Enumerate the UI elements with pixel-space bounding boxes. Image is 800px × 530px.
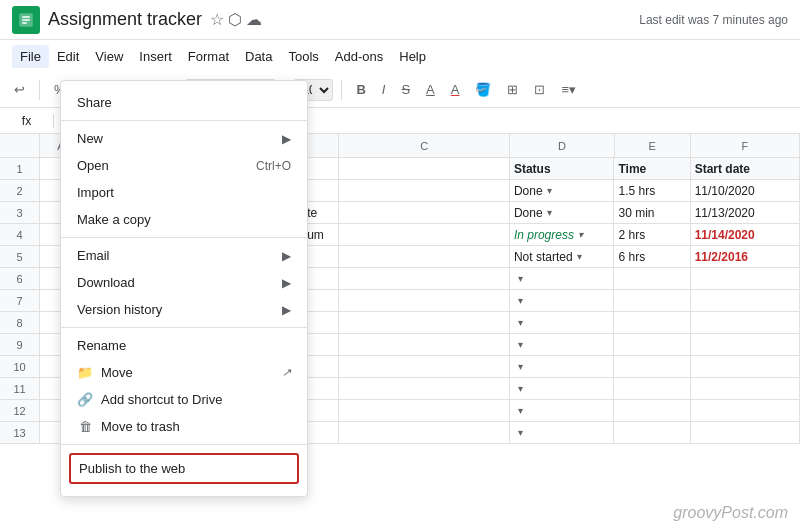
cell-f2[interactable]: 11/10/2020: [691, 180, 800, 201]
drive-icon[interactable]: ⬡: [228, 10, 242, 29]
italic-btn[interactable]: I: [376, 78, 392, 101]
cell-e3[interactable]: 30 min: [614, 202, 690, 223]
cell-e4[interactable]: 2 hrs: [614, 224, 690, 245]
row-number: 5: [0, 246, 40, 267]
borders-btn[interactable]: ⊞: [501, 78, 524, 101]
version-arrow-icon: ▶: [282, 303, 291, 317]
menu-help[interactable]: Help: [391, 45, 434, 68]
dropdown-arrow-icon: ▾: [518, 361, 523, 372]
menu-addons[interactable]: Add-ons: [327, 45, 391, 68]
bold-btn[interactable]: B: [350, 78, 371, 101]
menu-item-new[interactable]: New ▶: [61, 125, 307, 152]
strikethrough-btn[interactable]: S: [395, 78, 416, 101]
fill-color-btn[interactable]: 🪣: [469, 78, 497, 101]
menu-section-share: Share: [61, 85, 307, 121]
menu-item-download[interactable]: Download ▶: [61, 269, 307, 296]
menu-file[interactable]: File: [12, 45, 49, 68]
cell-d4[interactable]: In progress ▾: [510, 224, 615, 245]
dropdown-arrow-icon: ▾: [518, 295, 523, 306]
toolbar-sep1: [39, 80, 40, 100]
menu-edit[interactable]: Edit: [49, 45, 87, 68]
new-arrow-icon: ▶: [282, 132, 291, 146]
menu-format[interactable]: Format: [180, 45, 237, 68]
folder-icon: 📁: [77, 365, 93, 380]
cell-d5[interactable]: Not started ▾: [510, 246, 615, 267]
dropdown-arrow-icon: ▾: [547, 207, 552, 218]
cell-d2[interactable]: Done ▾: [510, 180, 615, 201]
cloud-icon[interactable]: ☁: [246, 10, 262, 29]
col-header-d[interactable]: D: [510, 134, 615, 157]
menu-item-move-trash[interactable]: 🗑 Move to trash: [61, 413, 307, 440]
cell-c4[interactable]: [339, 224, 510, 245]
menu-item-publish[interactable]: Publish to the web: [69, 453, 299, 484]
cell-reference: fx: [4, 114, 54, 128]
underline-btn[interactable]: A: [420, 78, 441, 101]
align-btn[interactable]: ≡▾: [555, 78, 582, 101]
row-number: 4: [0, 224, 40, 245]
cell-e2[interactable]: 1.5 hrs: [614, 180, 690, 201]
menu-section-new: New ▶ Open Ctrl+O Import Make a copy: [61, 121, 307, 238]
email-arrow-icon: ▶: [282, 249, 291, 263]
star-icon[interactable]: ☆: [210, 10, 224, 29]
menu-item-share[interactable]: Share: [61, 89, 307, 116]
menu-data[interactable]: Data: [237, 45, 280, 68]
dropdown-arrow-icon: ▾: [518, 339, 523, 350]
menu-view[interactable]: View: [87, 45, 131, 68]
menu-item-email[interactable]: Email ▶: [61, 242, 307, 269]
cell-f4[interactable]: 11/14/2020: [691, 224, 800, 245]
watermark: groovyPost.com: [673, 504, 788, 522]
menu-bar: File Edit View Insert Format Data Tools …: [0, 40, 800, 72]
app-title: Assignment tracker: [48, 9, 202, 30]
cell-d3[interactable]: Done ▾: [510, 202, 615, 223]
menu-section-email: Email ▶ Download ▶ Version history ▶: [61, 238, 307, 328]
sheets-logo: [12, 6, 40, 34]
dropdown-arrow-icon: ▾: [518, 317, 523, 328]
menu-item-rename[interactable]: Rename: [61, 332, 307, 359]
row-number: 1: [0, 158, 40, 179]
menu-section-publish: Publish to the web: [61, 445, 307, 492]
col-header-f[interactable]: F: [691, 134, 800, 157]
dropdown-arrow-icon: ▾: [518, 273, 523, 284]
trash-icon: 🗑: [77, 419, 93, 434]
menu-item-version-history[interactable]: Version history ▶: [61, 296, 307, 323]
last-edit-label: Last edit was 7 minutes ago: [639, 13, 788, 27]
svg-rect-3: [22, 22, 27, 24]
file-dropdown-menu: Share New ▶ Open Ctrl+O Import Make a co…: [60, 80, 308, 497]
dropdown-arrow-icon: ▾: [518, 427, 523, 438]
row-number: 3: [0, 202, 40, 223]
svg-rect-2: [22, 19, 30, 21]
col-header-c[interactable]: C: [339, 134, 510, 157]
cell-c3[interactable]: [339, 202, 510, 223]
undo-btn[interactable]: ↩: [8, 78, 31, 101]
menu-item-import[interactable]: Import: [61, 179, 307, 206]
cell-c5[interactable]: [339, 246, 510, 267]
dropdown-arrow-icon: ▾: [518, 405, 523, 416]
cell-e5[interactable]: 6 hrs: [614, 246, 690, 267]
cell-d1[interactable]: Status: [510, 158, 615, 179]
row-number: 2: [0, 180, 40, 201]
download-arrow-icon: ▶: [282, 276, 291, 290]
col-header-e[interactable]: E: [615, 134, 691, 157]
merge-btn[interactable]: ⊡: [528, 78, 551, 101]
cell-c2[interactable]: [339, 180, 510, 201]
move-cursor-hint: ↗: [282, 366, 291, 379]
menu-item-move[interactable]: 📁 Move ↗: [61, 359, 307, 386]
menu-item-make-copy[interactable]: Make a copy: [61, 206, 307, 233]
cell-c1[interactable]: [339, 158, 510, 179]
cell-f1[interactable]: Start date: [691, 158, 800, 179]
corner-header: [0, 134, 40, 157]
text-color-btn[interactable]: A: [445, 78, 466, 101]
menu-bar-area: File Edit View Insert Format Data Tools …: [0, 40, 800, 72]
dropdown-arrow-icon: ▾: [547, 185, 552, 196]
menu-item-add-shortcut[interactable]: 🔗 Add shortcut to Drive: [61, 386, 307, 413]
menu-insert[interactable]: Insert: [131, 45, 180, 68]
cell-f5[interactable]: 11/2/2016: [691, 246, 800, 267]
toolbar-sep4: [341, 80, 342, 100]
cell-e1[interactable]: Time: [614, 158, 690, 179]
dropdown-arrow-icon: ▾: [518, 383, 523, 394]
menu-item-open[interactable]: Open Ctrl+O: [61, 152, 307, 179]
cell-f3[interactable]: 11/13/2020: [691, 202, 800, 223]
menu-tools[interactable]: Tools: [280, 45, 326, 68]
menu-section-rename: Rename 📁 Move ↗ 🔗 Add shortcut to Drive …: [61, 328, 307, 445]
drive-shortcut-icon: 🔗: [77, 392, 93, 407]
